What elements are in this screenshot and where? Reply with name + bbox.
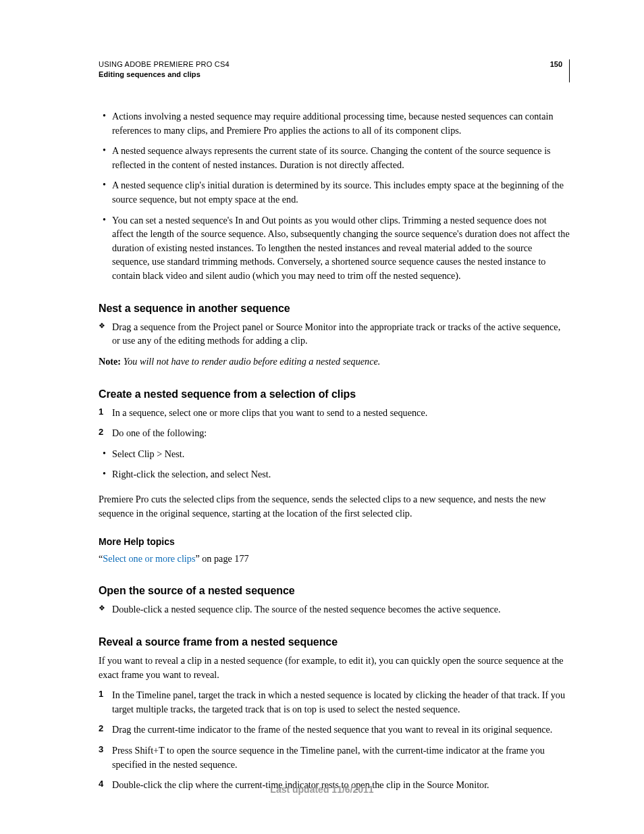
running-header: USING ADOBE PREMIERE PRO CS4 Editing seq…: [99, 59, 570, 82]
list-item: Actions involving a nested sequence may …: [112, 109, 570, 137]
doc-title: USING ADOBE PREMIERE PRO CS4: [99, 59, 230, 70]
note-label: Note:: [99, 356, 121, 367]
header-rule: [569, 59, 570, 82]
page-number: 150: [550, 59, 569, 82]
open-source-steps: Double-click a nested sequence clip. The…: [99, 602, 570, 617]
footer-updated: Last updated 11/6/2011: [0, 784, 644, 795]
heading-create: Create a nested sequence from a selectio…: [99, 386, 570, 402]
list-item: Drag the current-time indicator to the f…: [112, 723, 570, 737]
create-steps: In a sequence, select one or more clips …: [99, 406, 570, 440]
list-item: You can set a nested sequence's In and O…: [112, 213, 570, 283]
more-help-line: “Select one or more clips” on page 177: [99, 552, 570, 566]
create-sub-bullets: Select Clip > Nest. Right-click the sele…: [99, 447, 570, 481]
reveal-steps: In the Timeline panel, target the track …: [99, 688, 570, 792]
list-item: A nested sequence always represents the …: [112, 144, 570, 172]
list-item: A nested sequence clip's initial duratio…: [112, 178, 570, 206]
reveal-intro: If you want to reveal a clip in a nested…: [99, 654, 570, 681]
heading-more-help: More Help topics: [99, 535, 570, 548]
nest-steps: Drag a sequence from the Project panel o…: [99, 320, 570, 348]
body-content: Actions involving a nested sequence may …: [99, 109, 570, 792]
help-link-after: ” on page 177: [195, 553, 248, 564]
intro-bullet-list: Actions involving a nested sequence may …: [99, 109, 570, 283]
section-title: Editing sequences and clips: [99, 70, 230, 80]
list-item: Do one of the following:: [112, 426, 570, 440]
list-item: Press Shift+T to open the source sequenc…: [112, 744, 570, 771]
list-item: Right-click the selection, and select Ne…: [112, 467, 570, 481]
heading-nest: Nest a sequence in another sequence: [99, 301, 570, 316]
list-item: Drag a sequence from the Project panel o…: [112, 320, 570, 348]
help-link[interactable]: Select one or more clips: [103, 553, 195, 564]
note: Note: You will not have to render audio …: [99, 355, 570, 369]
create-after: Premiere Pro cuts the selected clips fro…: [99, 492, 570, 520]
header-left: USING ADOBE PREMIERE PRO CS4 Editing seq…: [99, 59, 230, 80]
heading-open-source: Open the source of a nested sequence: [99, 583, 570, 598]
list-item: Select Clip > Nest.: [112, 447, 570, 461]
header-right: 150: [550, 59, 570, 82]
list-item: In the Timeline panel, target the track …: [112, 688, 570, 716]
list-item: Double-click a nested sequence clip. The…: [112, 602, 570, 617]
note-text: You will not have to render audio before…: [121, 356, 380, 367]
page: USING ADOBE PREMIERE PRO CS4 Editing seq…: [0, 0, 644, 834]
list-item: In a sequence, select one or more clips …: [112, 406, 570, 420]
heading-reveal: Reveal a source frame from a nested sequ…: [99, 634, 570, 650]
